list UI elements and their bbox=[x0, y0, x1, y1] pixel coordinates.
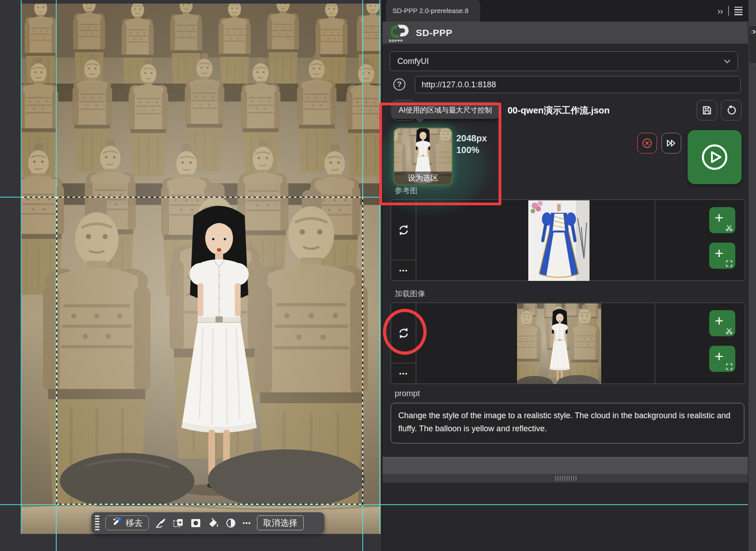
max-size-value: 2048px bbox=[456, 132, 487, 144]
skip-button[interactable] bbox=[662, 133, 681, 154]
scissors-icon bbox=[726, 328, 733, 334]
add-image-crop-button[interactable]: + bbox=[709, 310, 735, 336]
more-options-button[interactable]: ••• bbox=[391, 260, 416, 280]
selection-edge-right bbox=[362, 197, 363, 505]
set-as-selection-label: 设为选区 bbox=[408, 174, 438, 182]
row-separator bbox=[655, 200, 655, 280]
play-circle-icon bbox=[701, 143, 729, 171]
more-options-button[interactable]: ••• bbox=[391, 363, 416, 384]
row-separator bbox=[655, 303, 655, 384]
mask-icon[interactable] bbox=[190, 517, 202, 529]
guide-vertical-left-edge bbox=[21, 0, 22, 534]
fill-bucket-icon[interactable] bbox=[207, 517, 219, 529]
sdppp-logo-text: SDPPP bbox=[389, 39, 410, 43]
remove-tool-label: 移去 bbox=[126, 517, 143, 529]
scissors-icon bbox=[726, 225, 733, 231]
size-control-thumbnail[interactable]: 设为选区 bbox=[393, 127, 453, 185]
refresh-reference-button[interactable] bbox=[391, 200, 416, 260]
cancel-button[interactable] bbox=[637, 133, 657, 154]
run-workflow-button[interactable] bbox=[688, 130, 742, 184]
selection-bounds-icon bbox=[726, 260, 733, 267]
selection-edge-bottom bbox=[56, 504, 363, 505]
add-image-selection-button[interactable]: + bbox=[709, 346, 735, 372]
server-url-input[interactable] bbox=[415, 76, 741, 93]
add-reference-crop-button[interactable]: + bbox=[709, 207, 735, 233]
size-info: 2048px 100% bbox=[456, 132, 487, 156]
reference-image-row: ••• bbox=[391, 199, 745, 281]
taskbar-grip-handle[interactable] bbox=[95, 515, 99, 531]
tooltip-text: AI使用的区域与最大尺寸控制 bbox=[399, 106, 492, 114]
panel-header-divider bbox=[728, 6, 729, 16]
backend-select-value: ComfyUI bbox=[397, 57, 724, 66]
contextual-taskbar: 移去 bbox=[91, 512, 324, 533]
pasteboard-below-panel bbox=[382, 483, 749, 551]
refresh-icon bbox=[397, 326, 410, 340]
save-workflow-button[interactable] bbox=[697, 100, 717, 121]
remove-tool-button[interactable]: 移去 bbox=[105, 515, 149, 530]
row-controls-column: ••• bbox=[391, 200, 416, 280]
panel-menu-icon[interactable] bbox=[734, 7, 742, 15]
plus-glyph: + bbox=[709, 311, 729, 330]
document-canvas-area[interactable] bbox=[0, 0, 382, 551]
deselect-button[interactable]: 取消选择 bbox=[257, 515, 304, 530]
reset-workflow-button[interactable] bbox=[721, 100, 742, 121]
magic-wand-icon bbox=[112, 517, 122, 529]
photo-canvas[interactable] bbox=[22, 4, 381, 534]
plus-glyph: + bbox=[709, 208, 729, 227]
load-image-label: 加载图像 bbox=[395, 289, 425, 299]
set-as-selection-button[interactable]: 设为选区 bbox=[394, 172, 452, 185]
splitter-grip-icon bbox=[555, 476, 577, 481]
help-glyph: ? bbox=[397, 80, 401, 89]
deselect-label: 取消选择 bbox=[263, 517, 297, 529]
prompt-label: prompt bbox=[395, 389, 420, 398]
expand-selection-icon[interactable] bbox=[172, 517, 184, 529]
refresh-icon bbox=[397, 223, 410, 237]
plus-glyph: + bbox=[709, 244, 729, 262]
scale-value: 100% bbox=[456, 144, 487, 156]
selection-edge-top-ext bbox=[22, 197, 56, 198]
selection-edge-top bbox=[56, 197, 363, 198]
save-icon bbox=[702, 105, 712, 116]
taskbar-more-button[interactable]: ••• bbox=[243, 519, 251, 527]
app-name: SD-PPP bbox=[416, 27, 452, 38]
tooltip: AI使用的区域与最大尺寸控制 bbox=[392, 102, 499, 119]
backend-select[interactable]: ComfyUI bbox=[390, 51, 738, 71]
panel-tab-sdppp[interactable]: SD-PPP 2.0-prerelease.8 bbox=[386, 0, 480, 22]
sdppp-panel: SD-PPP 2.0-prerelease.8 ›› SDPPP SD-PPP … bbox=[382, 0, 748, 551]
terracotta-photo bbox=[22, 4, 381, 534]
adjustment-contrast-icon[interactable] bbox=[225, 517, 237, 529]
load-image-row: ••• + + bbox=[391, 303, 745, 384]
tooltip-caret bbox=[415, 118, 425, 123]
plugin-header: SDPPP SD-PPP bbox=[382, 22, 749, 44]
plus-glyph: + bbox=[709, 347, 729, 366]
panel-splitter[interactable] bbox=[382, 474, 749, 483]
x-circle-icon bbox=[641, 137, 653, 149]
selection-bounds-icon bbox=[726, 363, 733, 370]
add-reference-selection-button[interactable]: + bbox=[709, 243, 735, 269]
sdppp-logo: SDPPP bbox=[389, 23, 410, 42]
sdppp-mini-logo-icon bbox=[750, 30, 756, 34]
dock-tab-sdppp[interactable] bbox=[749, 26, 756, 64]
help-icon[interactable]: ? bbox=[393, 78, 405, 90]
reference-image-preview[interactable] bbox=[528, 200, 590, 281]
reference-image-label: 参考图 bbox=[395, 185, 418, 196]
undo-icon bbox=[726, 105, 737, 116]
load-image-preview[interactable] bbox=[517, 303, 601, 384]
guide-vertical-right-edge bbox=[379, 0, 380, 534]
workflow-filename: 00-qwen演示工作流.json bbox=[508, 100, 610, 121]
selection-edge-left bbox=[56, 197, 57, 505]
chevron-down-icon bbox=[724, 59, 730, 63]
refresh-load-image-button[interactable] bbox=[391, 303, 416, 363]
app-window: 移去 bbox=[0, 0, 756, 551]
panel-dock-strip bbox=[748, 0, 756, 551]
prompt-textarea[interactable]: Change the style of the image to a reali… bbox=[391, 403, 744, 443]
fast-forward-icon bbox=[666, 137, 677, 149]
row-controls-column: ••• bbox=[391, 303, 416, 384]
collapse-panel-icon[interactable]: ›› bbox=[717, 5, 723, 16]
blue-dress-image bbox=[528, 200, 590, 281]
panel-tab-title: SD-PPP 2.0-prerelease.8 bbox=[392, 7, 468, 14]
brush-tool-icon[interactable] bbox=[155, 517, 166, 529]
panel-tab-bar: SD-PPP 2.0-prerelease.8 ›› bbox=[382, 0, 749, 22]
panel-footer-area bbox=[382, 457, 749, 474]
